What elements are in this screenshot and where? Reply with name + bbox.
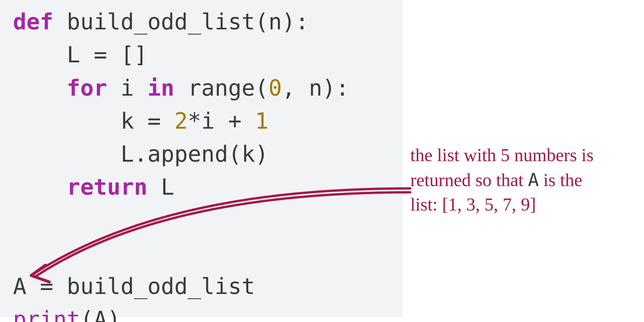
code-text: (A) bbox=[80, 306, 120, 322]
number-one: 1 bbox=[255, 108, 269, 134]
annotation-line-3: list: [1, 3, 5, 7, 9] bbox=[410, 192, 636, 217]
keyword-in: in bbox=[147, 75, 175, 101]
annotation-fragment: returned so that bbox=[410, 170, 528, 190]
number-two: 2 bbox=[174, 108, 188, 134]
code-text: i bbox=[107, 75, 147, 101]
code-line-5: L.append(k) bbox=[13, 141, 269, 167]
call-print: print bbox=[13, 306, 80, 322]
code-text: *i + bbox=[188, 108, 255, 134]
keyword-for: for bbox=[67, 75, 107, 101]
slide-root: def build_odd_list(n): L = [] for i in r… bbox=[0, 0, 644, 322]
annotation-line-2: returned so that A is the bbox=[410, 168, 636, 193]
code-text: , n): bbox=[282, 75, 349, 101]
code-line-7: A = build_odd_list bbox=[13, 273, 255, 299]
keyword-return: return bbox=[67, 174, 147, 200]
function-signature: build_odd_list(n): bbox=[53, 9, 309, 35]
code-text: L bbox=[147, 174, 175, 200]
annotation-variable-A: A bbox=[528, 169, 539, 190]
code-line-2: L = [] bbox=[13, 42, 147, 68]
keyword-def: def bbox=[13, 9, 53, 35]
number-zero: 0 bbox=[269, 75, 282, 101]
code-indent: k = bbox=[13, 108, 174, 134]
annotation-fragment: is the bbox=[539, 170, 582, 190]
annotation-line-1: the list with 5 numbers is bbox=[410, 143, 636, 168]
annotation-text: the list with 5 numbers is returned so t… bbox=[410, 143, 636, 217]
code-block: def build_odd_list(n): L = [] for i in r… bbox=[0, 0, 403, 317]
code-text: range( bbox=[174, 75, 268, 101]
